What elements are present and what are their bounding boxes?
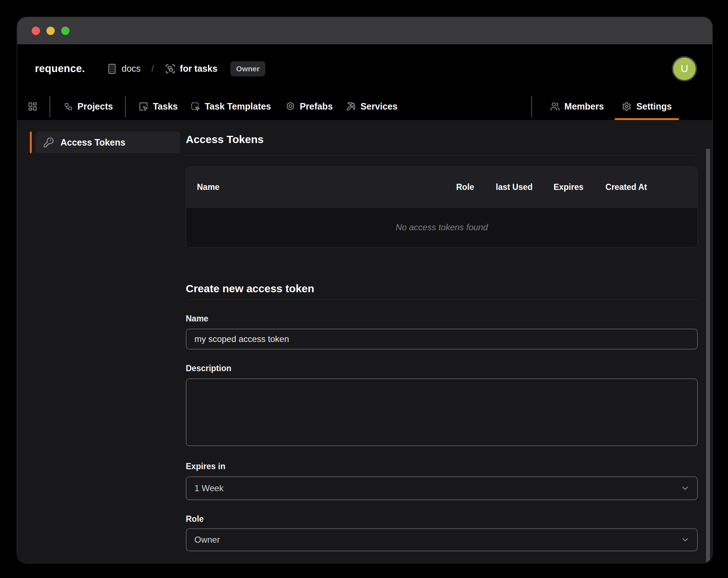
breadcrumb-project[interactable]: for tasks [165,63,217,74]
tab-settings[interactable]: Settings [622,93,672,120]
dashboard-button[interactable] [28,93,37,120]
nav-divider [125,96,126,117]
expires-select[interactable]: 1 Week [186,476,698,500]
app-window: requence. docs / [17,17,712,563]
column-header-last-used: last Used [496,182,532,192]
building-icon [107,63,117,74]
group-icon [165,63,176,74]
breadcrumb-org[interactable]: docs [107,63,141,74]
app-header: requence. docs / [17,44,712,120]
tab-projects[interactable]: Projects [64,93,113,120]
column-header-name: Name [197,182,439,192]
tab-members[interactable]: Members [550,93,604,120]
scrollbar-track[interactable] [706,149,710,559]
sidebar-item-pill: Access Tokens [35,132,180,153]
users-icon [550,102,560,111]
column-header-role: Role [456,182,478,192]
role-badge: Owner [230,61,265,76]
top-bar: requence. docs / [17,44,712,93]
role-selected-value: Owner [194,535,220,545]
workflow-icon [64,102,73,111]
scrollbar-thumb[interactable] [706,149,710,563]
close-window-icon[interactable] [32,27,40,35]
tab-tasks-label: Tasks [153,101,178,112]
zoom-window-icon[interactable] [61,27,69,35]
pickaxe-icon [346,102,356,111]
gear-icon [622,102,632,111]
page-title: Access Tokens [186,133,698,146]
dashed-square-pointer-icon [190,102,200,111]
user-avatar[interactable]: U [672,56,697,81]
token-name-input[interactable] [186,329,698,350]
square-mouse-pointer-icon [139,102,148,111]
section-divider [186,155,698,156]
expires-field-label: Expires in [186,461,698,471]
column-header-created-at: Created At [605,182,647,192]
main-nav: Projects Tasks [17,93,712,120]
tab-services[interactable]: Services [346,93,397,120]
tab-services-label: Services [360,101,397,112]
section-divider [186,299,698,300]
layout-dashboard-icon [28,102,37,111]
role-select[interactable]: Owner [186,528,698,551]
tab-task-templates-label: Task Templates [205,101,271,112]
tab-projects-label: Projects [77,101,113,112]
tab-settings-label: Settings [636,101,672,112]
sidebar-item-label: Access Tokens [60,137,125,148]
create-token-title: Create new access token [186,282,698,295]
access-tokens-panel: Access Tokens Name Role last Used Expire… [186,120,698,563]
key-icon [43,137,54,148]
sidebar-item-access-tokens[interactable]: Access Tokens [30,132,186,153]
chevron-down-icon [680,535,690,544]
app-logo[interactable]: requence. [35,63,85,75]
tab-task-templates[interactable]: Task Templates [190,93,271,120]
window-titlebar [17,17,712,44]
token-description-input[interactable] [186,378,698,446]
breadcrumb-separator: / [152,63,154,74]
role-field-label: Role [186,514,698,524]
tab-members-label: Members [565,101,604,112]
tab-prefabs[interactable]: Prefabs [286,93,333,120]
access-tokens-table: Name Role last Used Expires Created At N… [186,166,698,248]
nut-icon [286,102,295,111]
tab-prefabs-label: Prefabs [300,101,333,112]
nav-divider [49,96,50,117]
settings-content: Access Tokens Access Tokens Name Role la… [17,120,712,563]
nav-divider [531,96,532,117]
name-field-label: Name [186,314,698,324]
table-header-row: Name Role last Used Expires Created At [186,167,697,208]
chevron-down-icon [680,484,690,493]
minimize-window-icon[interactable] [46,27,55,35]
expires-selected-value: 1 Week [194,483,224,493]
settings-sidebar: Access Tokens [17,120,186,563]
table-empty-row: No access tokens found [186,208,697,247]
column-header-expires: Expires [550,182,587,192]
empty-state-message: No access tokens found [396,222,488,232]
breadcrumb-org-label: docs [122,63,141,74]
description-field-label: Description [186,363,698,373]
tab-tasks[interactable]: Tasks [139,93,178,120]
breadcrumb-project-label: for tasks [180,63,217,74]
sidebar-active-indicator [30,132,32,153]
